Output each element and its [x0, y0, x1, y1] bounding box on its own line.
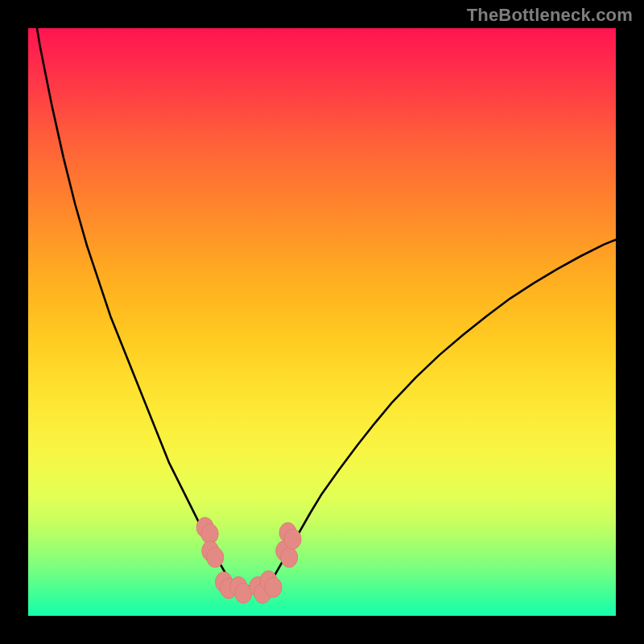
minimum-marker-3 — [230, 576, 252, 603]
chart-svg — [28, 28, 616, 616]
curve-left-curve — [28, 28, 237, 587]
svg-point-3 — [207, 547, 224, 568]
svg-point-11 — [265, 577, 282, 597]
minimum-marker-0 — [196, 518, 218, 544]
watermark-text: TheBottleneck.com — [467, 5, 633, 26]
chart-area — [28, 28, 616, 616]
curve-right-curve — [263, 240, 616, 587]
svg-point-15 — [284, 529, 301, 549]
minimum-marker-1 — [202, 541, 224, 568]
svg-point-13 — [281, 547, 298, 568]
